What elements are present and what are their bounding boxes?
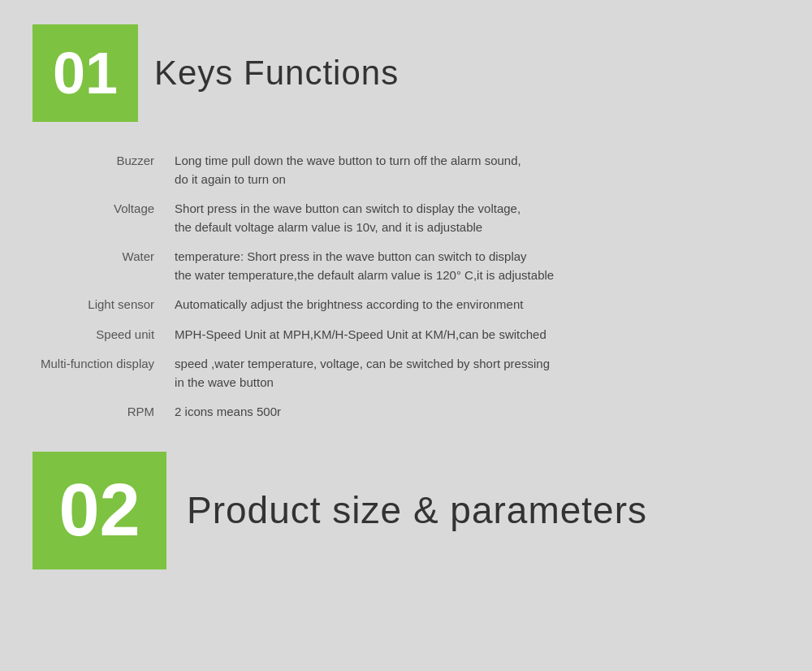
feature-description: 2 icons means 500r — [166, 397, 780, 427]
table-row: Light sensorAutomatically adjust the bri… — [32, 290, 780, 320]
feature-label: Speed unit — [32, 320, 166, 350]
section-02-number: 02 — [32, 452, 166, 569]
table-row: Multi-function displayspeed ,water tempe… — [32, 349, 780, 397]
section-02-title: Product size & parameters — [187, 488, 647, 532]
section-01: 01 Keys Functions BuzzerLong time pull d… — [32, 24, 780, 427]
feature-label: Buzzer — [32, 146, 166, 194]
feature-label: Light sensor — [32, 290, 166, 320]
feature-description: speed ,water temperature, voltage, can b… — [166, 349, 780, 397]
table-row: Speed unitMPH-Speed Unit at MPH,KM/H-Spe… — [32, 320, 780, 350]
section-01-header: 01 Keys Functions — [32, 24, 780, 122]
feature-label: Voltage — [32, 194, 166, 242]
feature-description: Short press in the wave button can switc… — [166, 194, 780, 242]
section-02: 02 Product size & parameters — [32, 452, 780, 569]
section-01-title: Keys Functions — [154, 54, 399, 93]
table-row: BuzzerLong time pull down the wave butto… — [32, 146, 780, 194]
features-table: BuzzerLong time pull down the wave butto… — [32, 146, 780, 427]
feature-description: temperature: Short press in the wave but… — [166, 242, 780, 290]
feature-description: Long time pull down the wave button to t… — [166, 146, 780, 194]
table-row: RPM2 icons means 500r — [32, 397, 780, 427]
section-01-number: 01 — [32, 24, 138, 122]
feature-description: Automatically adjust the brightness acco… — [166, 290, 780, 320]
feature-description: MPH-Speed Unit at MPH,KM/H-Speed Unit at… — [166, 320, 780, 350]
page-wrapper: 01 Keys Functions BuzzerLong time pull d… — [0, 0, 812, 671]
section-02-header: 02 Product size & parameters — [32, 452, 780, 569]
feature-label: Water — [32, 242, 166, 290]
table-row: VoltageShort press in the wave button ca… — [32, 194, 780, 242]
feature-label: RPM — [32, 397, 166, 427]
table-row: Watertemperature: Short press in the wav… — [32, 242, 780, 290]
feature-label: Multi-function display — [32, 349, 166, 397]
